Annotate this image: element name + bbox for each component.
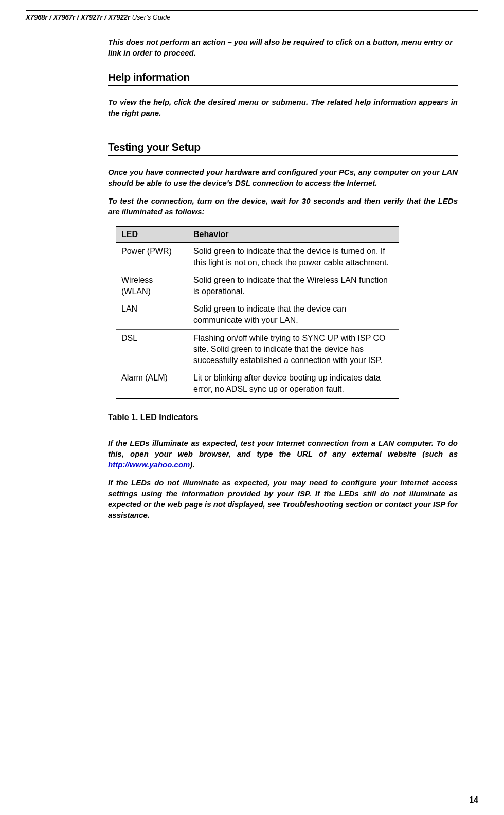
header-models: X7968r / X7967r / X7927r / X7922r — [26, 13, 130, 21]
cell-behavior: Lit or blinking after device booting up … — [188, 369, 399, 398]
section-rule — [108, 85, 458, 86]
testing-p1: Once you have connected your hardware an… — [108, 167, 458, 188]
help-text: To view the help, click the desired menu… — [108, 97, 458, 118]
led-table: LED Behavior Power (PWR) Solid green to … — [116, 226, 399, 399]
cell-behavior: Solid green to indicate that the device … — [188, 243, 399, 271]
table-row: DSL Flashing on/off while trying to SYNC… — [116, 329, 399, 369]
section-title-testing: Testing your Setup — [108, 141, 458, 153]
th-behavior: Behavior — [188, 227, 399, 243]
table-row: Power (PWR) Solid green to indicate that… — [116, 243, 399, 271]
cell-led: DSL — [116, 329, 188, 369]
intro-note: This does not perform an action – you wi… — [108, 37, 458, 58]
cell-led: Power (PWR) — [116, 243, 188, 271]
section-rule — [108, 155, 458, 156]
table-header-row: LED Behavior — [116, 227, 399, 243]
table-row: LAN Solid green to indicate that the dev… — [116, 300, 399, 329]
table-caption: Table 1. LED Indicators — [108, 413, 458, 422]
table-row: Wireless (WLAN) Solid green to indicate … — [116, 271, 399, 300]
th-led: LED — [116, 227, 188, 243]
page-number: 14 — [469, 795, 478, 805]
table-row: Alarm (ALM) Lit or blinking after device… — [116, 369, 399, 398]
testing-p2: To test the connection, turn on the devi… — [108, 195, 458, 217]
cell-led: Wireless (WLAN) — [116, 271, 188, 300]
yahoo-link[interactable]: http://www.yahoo.com — [108, 460, 190, 469]
header-rule — [26, 10, 478, 11]
cell-behavior: Solid green to indicate that the device … — [188, 300, 399, 329]
header-title: X7968r / X7967r / X7927r / X7922r User's… — [26, 13, 478, 21]
cell-led: Alarm (ALM) — [116, 369, 188, 398]
header-suffix: User's Guide — [130, 13, 170, 21]
cell-led: LAN — [116, 300, 188, 329]
cell-behavior: Solid green to indicate that the Wireles… — [188, 271, 399, 300]
closing-p2: If the LEDs do not illuminate as expecte… — [108, 477, 458, 520]
closing-p1b: ). — [190, 460, 194, 469]
cell-behavior: Flashing on/off while trying to SYNC UP … — [188, 329, 399, 369]
closing-p1: If the LEDs illuminate as expected, test… — [108, 438, 458, 470]
section-title-help: Help information — [108, 71, 458, 83]
closing-p1a: If the LEDs illuminate as expected, test… — [108, 439, 458, 458]
